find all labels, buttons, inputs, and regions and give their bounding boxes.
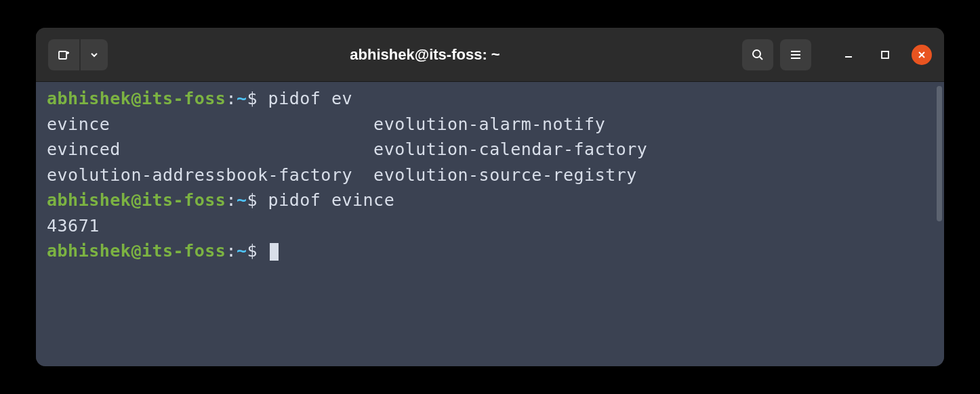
prompt-symbol: $ [247, 241, 268, 261]
window-title: abhishek@its-foss: ~ [115, 46, 735, 64]
maximize-button[interactable] [875, 45, 895, 65]
prompt-line: abhishek@its-foss:~$ [47, 238, 933, 264]
minimize-icon [844, 50, 853, 60]
window-controls [838, 45, 932, 65]
prompt-user-host: abhishek@its-foss [47, 89, 226, 108]
menu-button[interactable] [780, 39, 811, 70]
output-line: 43671 [47, 213, 933, 239]
new-tab-button[interactable] [48, 39, 79, 70]
prompt-user-host: abhishek@its-foss [47, 190, 226, 210]
prompt-symbol: $ [247, 190, 268, 210]
scrollbar[interactable] [937, 86, 942, 221]
search-icon [751, 48, 764, 62]
svg-point-3 [753, 50, 760, 58]
command-text: pidof ev [268, 89, 352, 108]
output-line: evolution-addressbook-factory evolution-… [47, 162, 933, 188]
close-icon [918, 51, 926, 59]
output-line: evince evolution-alarm-notify [47, 112, 933, 137]
terminal-body[interactable]: abhishek@its-foss:~$ pidof evevince evol… [36, 82, 944, 366]
svg-line-4 [760, 57, 762, 60]
new-tab-icon [57, 48, 70, 62]
hamburger-icon [790, 49, 802, 61]
prompt-line: abhishek@its-foss:~$ pidof ev [47, 86, 933, 112]
svg-rect-9 [882, 51, 889, 58]
prompt-user-host: abhishek@its-foss [47, 241, 226, 261]
cursor [270, 243, 279, 261]
prompt-symbol: $ [247, 89, 268, 108]
output-line: evinced evolution-calendar-factory [47, 137, 933, 162]
titlebar-left-group [48, 39, 108, 70]
maximize-icon [880, 50, 890, 60]
command-text: pidof evince [268, 190, 395, 210]
svg-rect-0 [59, 51, 66, 59]
search-button[interactable] [742, 39, 773, 70]
prompt-path: ~ [237, 241, 247, 261]
tab-dropdown-button[interactable] [81, 39, 108, 70]
prompt-line: abhishek@its-foss:~$ pidof evince [47, 188, 933, 213]
minimize-button[interactable] [838, 45, 859, 65]
prompt-path: ~ [237, 89, 247, 108]
prompt-separator: : [226, 241, 237, 261]
titlebar: abhishek@its-foss: ~ [36, 28, 944, 82]
close-button[interactable] [912, 45, 932, 65]
prompt-separator: : [226, 190, 237, 210]
terminal-window: abhishek@its-foss: ~ [36, 28, 944, 366]
titlebar-right-group [742, 39, 932, 70]
chevron-down-icon [89, 50, 99, 60]
prompt-path: ~ [237, 190, 247, 210]
prompt-separator: : [226, 89, 237, 108]
